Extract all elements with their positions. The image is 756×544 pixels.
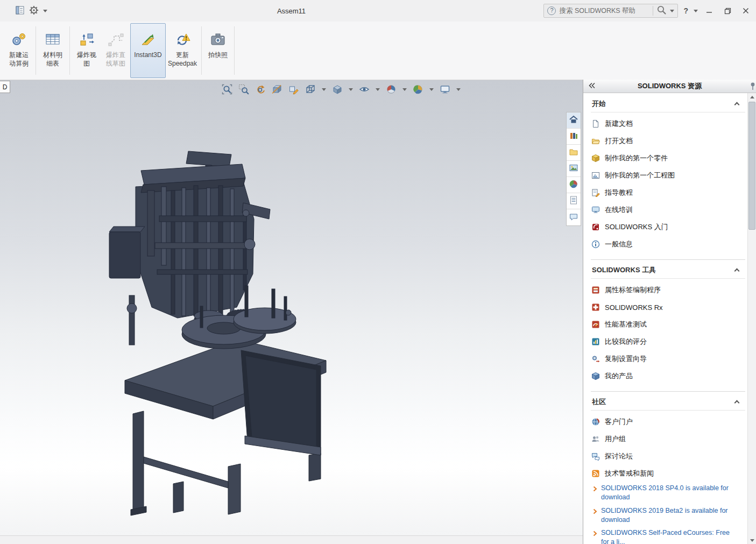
item-label: 比较我的评分 [605, 337, 647, 347]
item-tutorials[interactable]: 指导教程 [591, 184, 745, 201]
collapse-section-icon[interactable] [734, 269, 740, 274]
item-first-part[interactable]: 制作我的第一个零件 [591, 150, 745, 167]
collapse-section-icon[interactable] [734, 400, 740, 406]
section-start-header[interactable]: 开始 [591, 96, 745, 112]
toolbar-separator [201, 26, 202, 75]
item-solidworks-rx[interactable]: SOLIDWORKS Rx [591, 299, 745, 316]
item-customer-portal[interactable]: 客户门户 [591, 413, 745, 430]
section-community: 社区 客户门户 用户组 探讨论坛 技术警戒和新闻 [591, 391, 745, 544]
pin-icon[interactable] [748, 81, 756, 93]
compare-scores-icon [591, 337, 600, 347]
item-open-document[interactable]: 打开文档 [591, 132, 745, 150]
scroll-down-icon[interactable] [748, 536, 756, 544]
document-title: Assem11 [0, 7, 583, 15]
file-explorer-icon [569, 147, 578, 158]
close-button[interactable] [739, 4, 753, 18]
item-user-groups[interactable]: 用户组 [591, 430, 745, 448]
news-item[interactable]: SOLIDWORKS Self-Paced eCourses: Free for… [593, 528, 745, 544]
tab-design-library[interactable] [567, 129, 581, 145]
button-label: 爆炸视 图 [77, 51, 96, 68]
item-label: 探讨论坛 [605, 451, 633, 461]
benchmark-icon [591, 320, 600, 329]
item-new-document[interactable]: 新建文档 [591, 115, 745, 132]
instant3d-button[interactable]: Instant3D [130, 23, 166, 78]
help-caret-icon[interactable] [694, 10, 698, 12]
minimize-button[interactable] [702, 4, 716, 18]
gear-caret-icon[interactable] [43, 10, 47, 12]
scrollbar-thumb[interactable] [748, 102, 755, 230]
button-label: 更新 Speedpak [168, 51, 197, 68]
toolbar-separator [234, 26, 235, 75]
news-link[interactable]: SOLIDWORKS Self-Paced eCourses: Free for… [601, 528, 737, 544]
item-copy-settings-wizard[interactable]: 复制设置向导 [591, 350, 745, 368]
news-link[interactable]: SOLIDWORKS 2019 Beta2 is available for d… [601, 506, 737, 525]
customer-portal-icon [591, 418, 600, 427]
item-general-information[interactable]: 一般信息 [591, 236, 745, 253]
explode-line-sketch-icon [108, 31, 124, 48]
update-speedpak-icon [174, 31, 190, 48]
status-bar [0, 535, 583, 544]
section-tools-header[interactable]: SOLIDWORKS 工具 [591, 263, 745, 279]
camera-icon [210, 31, 226, 48]
news-link[interactable]: SOLIDWORKS 2018 SP4.0 is available for d… [601, 484, 737, 503]
tab-view-palette[interactable] [567, 161, 581, 177]
new-motion-study-button[interactable]: 新建运 动算例 [4, 23, 33, 78]
report-icon[interactable] [15, 5, 25, 17]
search-icon[interactable] [656, 5, 667, 17]
exploded-view-icon [79, 31, 95, 48]
item-introducing-solidworks[interactable]: SOLIDWORKS 入门 [591, 218, 745, 236]
restore-button[interactable] [720, 4, 734, 18]
my-products-icon [591, 372, 600, 381]
section-community-header[interactable]: 社区 [591, 394, 745, 411]
info-icon [591, 240, 600, 249]
item-label: 制作我的第一个工程图 [605, 171, 675, 180]
item-label: 复制设置向导 [605, 354, 647, 364]
user-groups-icon [591, 435, 600, 444]
taskpane-tabstrip [566, 112, 581, 226]
section-title: SOLIDWORKS 工具 [592, 265, 656, 275]
collapse-taskpane-icon[interactable] [588, 81, 596, 91]
news-bullet-icon [593, 508, 597, 525]
tab-file-explorer[interactable] [567, 145, 581, 161]
tab-solidworks-resources[interactable] [567, 112, 581, 129]
item-label: 属性标签编制程序 [605, 285, 661, 295]
bill-of-materials-button[interactable]: 材料明 细表 [38, 23, 67, 78]
taskpane-scrollbar[interactable] [747, 93, 756, 544]
taskpane-title: SOLIDWORKS 资源 [583, 81, 756, 91]
item-label: 新建文档 [605, 119, 633, 129]
tab-appearances[interactable] [567, 177, 581, 193]
take-snapshot-button[interactable]: 拍快照 [204, 23, 232, 78]
gear-icon[interactable] [29, 5, 39, 17]
button-label: 爆炸直 线草图 [106, 51, 125, 68]
tab-custom-properties[interactable] [567, 193, 581, 209]
titlebar-right: ? ? [543, 0, 753, 22]
item-label: 客户门户 [605, 417, 633, 427]
collapse-section-icon[interactable] [734, 102, 740, 108]
news-bullet-icon [593, 485, 597, 503]
item-compare-scores[interactable]: 比较我的评分 [591, 333, 745, 350]
news-item[interactable]: SOLIDWORKS 2018 SP4.0 is available for d… [593, 484, 745, 503]
news-bullet-icon [593, 530, 597, 544]
help-search-box: ? [543, 4, 678, 18]
assembly-model[interactable] [0, 80, 583, 535]
news-item[interactable]: SOLIDWORKS 2019 Beta2 is available for d… [593, 506, 745, 525]
search-caret-icon[interactable] [670, 10, 674, 12]
help-icon[interactable]: ? [682, 6, 689, 15]
item-online-training[interactable]: 在线培训 [591, 201, 745, 218]
titlebar: Assem11 ? ? [0, 0, 756, 22]
item-discussion-forum[interactable]: 探讨论坛 [591, 448, 745, 465]
scroll-up-icon[interactable] [748, 93, 756, 101]
open-document-icon [591, 137, 600, 146]
button-label: 材料明 细表 [43, 51, 62, 68]
item-my-products[interactable]: 我的产品 [591, 368, 745, 385]
search-input[interactable] [559, 7, 649, 15]
update-speedpak-button[interactable]: 更新 Speedpak [166, 23, 199, 78]
tab-forum[interactable] [567, 209, 581, 225]
item-property-tab-builder[interactable]: 属性标签编制程序 [591, 281, 745, 299]
item-first-drawing[interactable]: 制作我的第一个工程图 [591, 167, 745, 184]
item-label: 用户组 [605, 434, 626, 444]
custom-properties-icon [569, 195, 578, 207]
item-performance-benchmark[interactable]: 性能基准测试 [591, 316, 745, 333]
item-technical-alerts[interactable]: 技术警戒和新闻 [591, 465, 745, 482]
exploded-view-button[interactable]: 爆炸视 图 [72, 23, 101, 78]
